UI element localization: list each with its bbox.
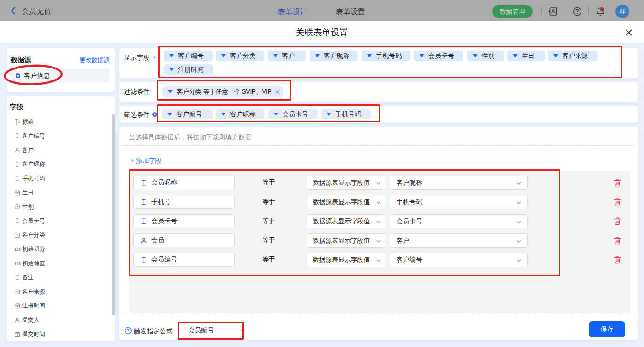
svg-text:123: 123	[14, 262, 21, 266]
svg-text:123: 123	[14, 247, 21, 252]
